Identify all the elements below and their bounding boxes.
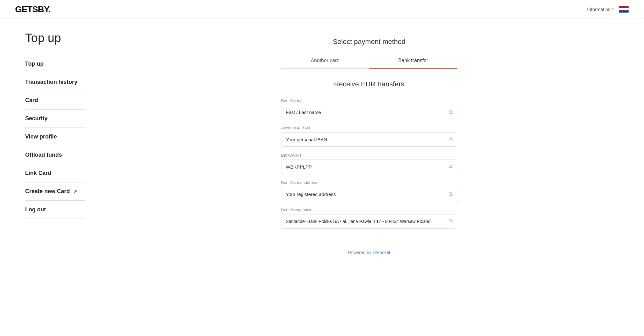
- beneficiary-bank-label: Beneficiary bank: [281, 208, 457, 212]
- footer: Powered by DiPocket: [119, 250, 619, 255]
- bic-swift-value: WBKPPLPP: [286, 164, 449, 170]
- beneficiary-address-field-group: Beneficiary address Your registered addr…: [281, 180, 457, 201]
- bic-swift-field-row: WBKPPLPP ⧉: [281, 160, 457, 174]
- nav-link-top-up[interactable]: Top up: [25, 55, 86, 73]
- beneficiary-field-row: First / Last name ⧉: [281, 105, 457, 119]
- nav-item-create-new-card[interactable]: Create new Card ↗: [25, 182, 86, 201]
- copy-icon: ⧉: [449, 136, 452, 143]
- copy-icon: ⧉: [449, 109, 452, 115]
- chevron-down-icon: ▾: [612, 7, 614, 11]
- nav-item-transaction-history[interactable]: Transaction history: [25, 73, 86, 91]
- external-link-icon: ↗: [73, 189, 77, 194]
- netherlands-flag: [619, 6, 629, 13]
- beneficiary-copy-button[interactable]: ⧉: [449, 109, 452, 115]
- beneficiary-address-value: Your registered address: [286, 192, 449, 197]
- account-iban-label: Account #/IBAN: [281, 126, 457, 130]
- nav-item-log-out[interactable]: Log out: [25, 201, 86, 219]
- nav-item-security[interactable]: Security: [25, 110, 86, 128]
- beneficiary-bank-value: Santander Bank Polska SA - al. Jana Pawl…: [286, 219, 449, 224]
- nav-item-offload-funds[interactable]: Offload funds: [25, 146, 86, 164]
- beneficiary-address-label: Beneficiary address: [281, 180, 457, 185]
- flag-blue-stripe: [619, 10, 629, 13]
- account-iban-value: Your personal IBAN: [286, 137, 449, 142]
- account-iban-field-group: Account #/IBAN Your personal IBAN ⧉: [281, 126, 457, 147]
- payment-tabs: Another card Bank transfer: [281, 55, 457, 69]
- nav-link-view-profile[interactable]: View profile: [25, 128, 86, 146]
- nav-list: Top up Transaction history Card Security…: [25, 55, 86, 219]
- copy-icon: ⧉: [449, 164, 452, 170]
- flag-red-stripe: [619, 6, 629, 8]
- logo: GETSBY.: [15, 4, 51, 14]
- header: GETSBY. Information ▾: [0, 0, 644, 19]
- bic-swift-label: BIC/SWIFT: [281, 153, 457, 158]
- nav-link-log-out[interactable]: Log out: [25, 201, 86, 219]
- bic-swift-copy-button[interactable]: ⧉: [449, 164, 452, 170]
- header-right: Information ▾: [587, 6, 629, 13]
- account-iban-field-row: Your personal IBAN ⧉: [281, 132, 457, 147]
- info-menu[interactable]: Information ▾: [587, 7, 614, 12]
- nav-link-card[interactable]: Card: [25, 91, 86, 109]
- beneficiary-bank-field-group: Beneficiary bank Santander Bank Polska S…: [281, 208, 457, 229]
- sidebar: Top up Top up Transaction history Card S…: [0, 19, 101, 336]
- beneficiary-bank-copy-button[interactable]: ⧉: [449, 218, 452, 225]
- tab-another-card[interactable]: Another card: [281, 55, 369, 69]
- nav-item-view-profile[interactable]: View profile: [25, 128, 86, 146]
- beneficiary-field-group: Beneficiary First / Last name ⧉: [281, 98, 457, 119]
- form-section: Beneficiary First / Last name ⧉ Account …: [281, 98, 457, 235]
- footer-text: Powered by: [348, 250, 373, 255]
- nav-link-security[interactable]: Security: [25, 110, 86, 127]
- nav-item-top-up[interactable]: Top up: [25, 55, 86, 73]
- select-payment-title: Select payment method: [333, 38, 405, 46]
- bic-swift-field-group: BIC/SWIFT WBKPPLPP ⧉: [281, 153, 457, 174]
- beneficiary-address-field-row: Your registered address ⧉: [281, 187, 457, 201]
- account-iban-copy-button[interactable]: ⧉: [449, 136, 452, 143]
- information-label: Information: [587, 7, 611, 12]
- beneficiary-bank-field-row: Santander Bank Polska SA - al. Jana Pawl…: [281, 214, 457, 229]
- beneficiary-label: Beneficiary: [281, 98, 457, 103]
- nav-link-link-card[interactable]: Link Card: [25, 164, 86, 182]
- flag-white-stripe: [619, 8, 629, 10]
- main-layout: Top up Top up Transaction history Card S…: [0, 19, 644, 336]
- receive-title: Receive EUR transfers: [334, 80, 404, 88]
- dipocket-link[interactable]: DiPocket: [373, 250, 390, 255]
- copy-icon: ⧉: [449, 218, 452, 225]
- nav-link-transaction-history[interactable]: Transaction history: [25, 73, 86, 91]
- nav-item-link-card[interactable]: Link Card: [25, 164, 86, 182]
- nav-link-create-new-card[interactable]: Create new Card ↗: [25, 182, 86, 200]
- beneficiary-address-copy-button[interactable]: ⧉: [449, 191, 452, 197]
- main-content: Select payment method Another card Bank …: [101, 19, 644, 336]
- page-title: Top up: [25, 31, 86, 45]
- copy-icon: ⧉: [449, 191, 452, 197]
- nav-item-card[interactable]: Card: [25, 91, 86, 110]
- nav-link-offload-funds[interactable]: Offload funds: [25, 146, 86, 164]
- beneficiary-value: First / Last name: [286, 110, 449, 115]
- tab-bank-transfer[interactable]: Bank transfer: [369, 55, 457, 69]
